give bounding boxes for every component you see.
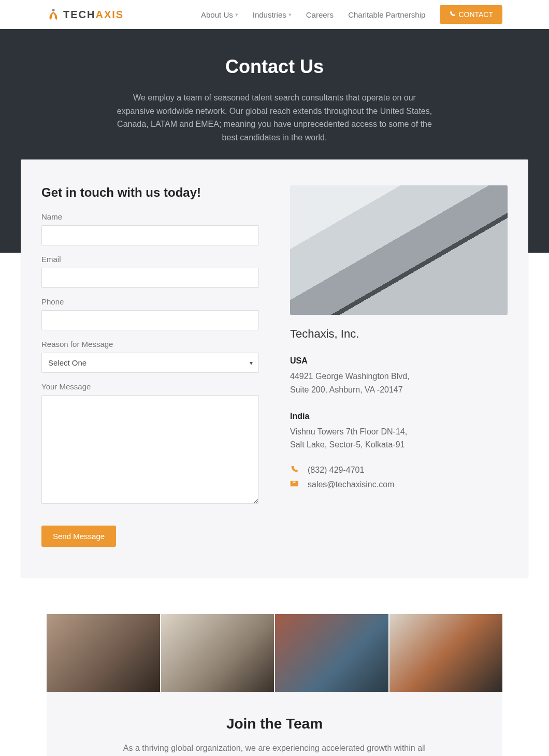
logo-text: TECHAXIS <box>63 9 124 21</box>
form-heading: Get in touch with us today! <box>41 185 259 200</box>
join-body: Join the Team As a thriving global organ… <box>47 692 502 756</box>
phone-icon <box>449 10 455 19</box>
name-input[interactable] <box>41 225 259 245</box>
email-input[interactable] <box>41 268 259 288</box>
team-photo-2 <box>161 614 274 692</box>
nav-item-label: Charitable Partnership <box>348 10 425 19</box>
team-photo-4 <box>389 614 503 692</box>
contact-button-label: CONTACT <box>458 10 493 19</box>
phone-number[interactable]: (832) 429-4701 <box>308 466 364 475</box>
email-label: Email <box>41 255 259 264</box>
envelope-icon <box>290 479 299 490</box>
logo-icon <box>47 8 60 21</box>
hero-body: We employ a team of seasoned talent sear… <box>114 91 435 144</box>
nav-item-label: About Us <box>201 10 233 19</box>
join-section: Join the Team As a thriving global organ… <box>47 614 502 756</box>
chevron-down-icon: ▾ <box>235 11 238 18</box>
phone-icon <box>290 465 299 475</box>
field-phone: Phone <box>41 297 259 330</box>
name-label: Name <box>41 212 259 221</box>
field-email: Email <box>41 255 259 288</box>
nav-links: About Us ▾ Industries ▾ Careers Charitab… <box>201 5 502 24</box>
phone-line: (832) 429-4701 <box>290 465 508 475</box>
send-message-button[interactable]: Send Message <box>41 526 116 547</box>
phone-input[interactable] <box>41 310 259 330</box>
india-title: India <box>290 410 508 423</box>
email-line: sales@techaxisinc.com <box>290 479 508 490</box>
office-image <box>290 185 508 315</box>
address-india: India Vishnu Towers 7th Floor DN-14, Sal… <box>290 410 508 452</box>
photo-strip <box>47 614 502 692</box>
message-textarea[interactable] <box>41 395 259 504</box>
company-info-column: Techaxis, Inc. USA 44921 George Washingt… <box>290 185 508 547</box>
field-reason: Reason for Message Select One ▾ <box>41 340 259 373</box>
usa-line2: Suite 200, Ashburn, VA -20147 <box>290 383 508 397</box>
india-line1: Vishnu Towers 7th Floor DN-14, <box>290 425 508 439</box>
message-label: Your Message <box>41 382 259 391</box>
chevron-down-icon: ▾ <box>288 11 292 18</box>
india-line2: Salt Lake, Sector-5, Kolkata-91 <box>290 438 508 452</box>
email-address[interactable]: sales@techaxisinc.com <box>308 480 394 489</box>
address-usa: USA 44921 George Washington Blvd, Suite … <box>290 354 508 396</box>
logo[interactable]: TECHAXIS <box>47 8 124 21</box>
usa-title: USA <box>290 354 508 368</box>
join-title: Join the Team <box>67 716 482 732</box>
nav-item-label: Careers <box>306 10 334 19</box>
nav-about-us[interactable]: About Us ▾ <box>201 10 238 19</box>
top-nav: TECHAXIS About Us ▾ Industries ▾ Careers… <box>0 0 549 29</box>
svg-point-0 <box>52 9 54 11</box>
reason-label: Reason for Message <box>41 340 259 348</box>
field-name: Name <box>41 212 259 245</box>
contact-form-column: Get in touch with us today! Name Email P… <box>41 185 259 547</box>
contact-card: Get in touch with us today! Name Email P… <box>21 159 528 578</box>
reason-select[interactable]: Select One <box>41 353 259 373</box>
team-photo-1 <box>47 614 160 692</box>
nav-charitable[interactable]: Charitable Partnership <box>348 10 425 19</box>
phone-label: Phone <box>41 297 259 306</box>
company-name: Techaxis, Inc. <box>290 327 508 341</box>
nav-industries[interactable]: Industries ▾ <box>253 10 292 19</box>
contact-button[interactable]: CONTACT <box>440 5 502 24</box>
field-message: Your Message <box>41 382 259 506</box>
nav-careers[interactable]: Careers <box>306 10 334 19</box>
page-title: Contact Us <box>0 56 549 78</box>
usa-line1: 44921 George Washington Blvd, <box>290 370 508 383</box>
join-text: As a thriving global organization, we ar… <box>114 742 435 756</box>
nav-item-label: Industries <box>253 10 286 19</box>
team-photo-3 <box>275 614 388 692</box>
